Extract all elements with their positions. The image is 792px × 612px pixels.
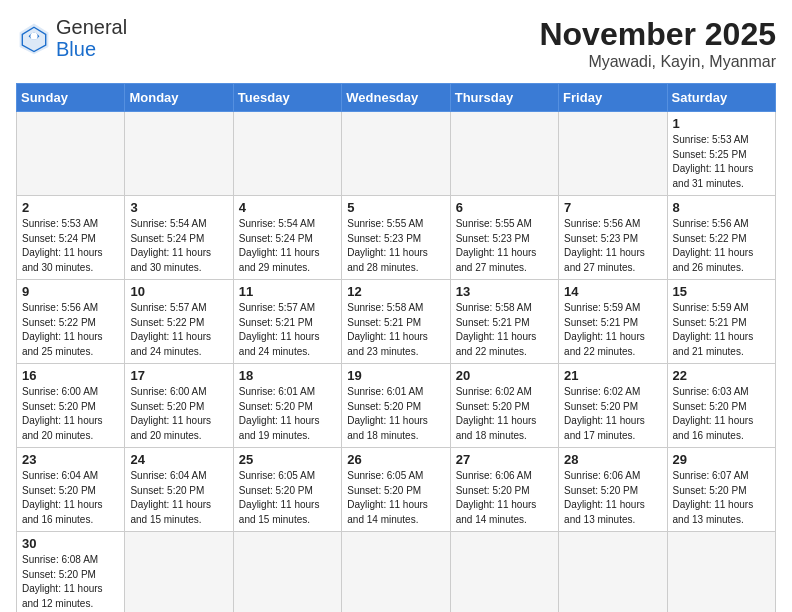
calendar-cell: 19Sunrise: 6:01 AM Sunset: 5:20 PM Dayli… <box>342 364 450 448</box>
day-info: Sunrise: 5:53 AM Sunset: 5:25 PM Dayligh… <box>673 133 770 191</box>
logo-blue: Blue <box>56 38 96 60</box>
calendar-week-row: 2Sunrise: 5:53 AM Sunset: 5:24 PM Daylig… <box>17 196 776 280</box>
weekday-header-monday: Monday <box>125 84 233 112</box>
calendar-cell: 9Sunrise: 5:56 AM Sunset: 5:22 PM Daylig… <box>17 280 125 364</box>
location: Myawadi, Kayin, Myanmar <box>539 53 776 71</box>
calendar-cell <box>450 532 558 613</box>
calendar-cell <box>667 532 775 613</box>
day-info: Sunrise: 5:56 AM Sunset: 5:22 PM Dayligh… <box>673 217 770 275</box>
calendar-cell: 14Sunrise: 5:59 AM Sunset: 5:21 PM Dayli… <box>559 280 667 364</box>
calendar-cell: 7Sunrise: 5:56 AM Sunset: 5:23 PM Daylig… <box>559 196 667 280</box>
day-number: 2 <box>22 200 119 215</box>
calendar-cell: 24Sunrise: 6:04 AM Sunset: 5:20 PM Dayli… <box>125 448 233 532</box>
day-number: 14 <box>564 284 661 299</box>
day-number: 24 <box>130 452 227 467</box>
calendar-cell <box>233 532 341 613</box>
day-info: Sunrise: 6:01 AM Sunset: 5:20 PM Dayligh… <box>347 385 444 443</box>
day-number: 6 <box>456 200 553 215</box>
day-info: Sunrise: 5:54 AM Sunset: 5:24 PM Dayligh… <box>130 217 227 275</box>
day-info: Sunrise: 6:05 AM Sunset: 5:20 PM Dayligh… <box>347 469 444 527</box>
day-info: Sunrise: 6:01 AM Sunset: 5:20 PM Dayligh… <box>239 385 336 443</box>
day-info: Sunrise: 6:07 AM Sunset: 5:20 PM Dayligh… <box>673 469 770 527</box>
day-number: 5 <box>347 200 444 215</box>
weekday-header-row: SundayMondayTuesdayWednesdayThursdayFrid… <box>17 84 776 112</box>
calendar-cell: 25Sunrise: 6:05 AM Sunset: 5:20 PM Dayli… <box>233 448 341 532</box>
day-number: 17 <box>130 368 227 383</box>
title-block: November 2025 Myawadi, Kayin, Myanmar <box>539 16 776 71</box>
day-number: 16 <box>22 368 119 383</box>
day-number: 23 <box>22 452 119 467</box>
weekday-header-tuesday: Tuesday <box>233 84 341 112</box>
calendar-cell: 30Sunrise: 6:08 AM Sunset: 5:20 PM Dayli… <box>17 532 125 613</box>
calendar-cell: 13Sunrise: 5:58 AM Sunset: 5:21 PM Dayli… <box>450 280 558 364</box>
calendar-cell: 22Sunrise: 6:03 AM Sunset: 5:20 PM Dayli… <box>667 364 775 448</box>
calendar-cell <box>559 532 667 613</box>
day-info: Sunrise: 6:06 AM Sunset: 5:20 PM Dayligh… <box>456 469 553 527</box>
weekday-header-thursday: Thursday <box>450 84 558 112</box>
calendar-cell: 29Sunrise: 6:07 AM Sunset: 5:20 PM Dayli… <box>667 448 775 532</box>
calendar-cell <box>17 112 125 196</box>
day-info: Sunrise: 5:56 AM Sunset: 5:22 PM Dayligh… <box>22 301 119 359</box>
calendar-week-row: 1Sunrise: 5:53 AM Sunset: 5:25 PM Daylig… <box>17 112 776 196</box>
day-info: Sunrise: 5:53 AM Sunset: 5:24 PM Dayligh… <box>22 217 119 275</box>
page-header: General Blue November 2025 Myawadi, Kayi… <box>16 16 776 71</box>
day-number: 26 <box>347 452 444 467</box>
day-number: 9 <box>22 284 119 299</box>
calendar-cell: 28Sunrise: 6:06 AM Sunset: 5:20 PM Dayli… <box>559 448 667 532</box>
day-number: 19 <box>347 368 444 383</box>
calendar-cell: 17Sunrise: 6:00 AM Sunset: 5:20 PM Dayli… <box>125 364 233 448</box>
day-number: 10 <box>130 284 227 299</box>
calendar-cell: 1Sunrise: 5:53 AM Sunset: 5:25 PM Daylig… <box>667 112 775 196</box>
calendar-cell: 12Sunrise: 5:58 AM Sunset: 5:21 PM Dayli… <box>342 280 450 364</box>
logo: General Blue <box>16 16 127 60</box>
day-info: Sunrise: 6:03 AM Sunset: 5:20 PM Dayligh… <box>673 385 770 443</box>
day-info: Sunrise: 6:06 AM Sunset: 5:20 PM Dayligh… <box>564 469 661 527</box>
day-info: Sunrise: 6:04 AM Sunset: 5:20 PM Dayligh… <box>130 469 227 527</box>
day-info: Sunrise: 6:04 AM Sunset: 5:20 PM Dayligh… <box>22 469 119 527</box>
calendar-cell <box>559 112 667 196</box>
day-info: Sunrise: 5:57 AM Sunset: 5:22 PM Dayligh… <box>130 301 227 359</box>
day-number: 28 <box>564 452 661 467</box>
calendar-cell <box>125 532 233 613</box>
calendar-week-row: 23Sunrise: 6:04 AM Sunset: 5:20 PM Dayli… <box>17 448 776 532</box>
calendar-week-row: 9Sunrise: 5:56 AM Sunset: 5:22 PM Daylig… <box>17 280 776 364</box>
calendar-cell <box>342 532 450 613</box>
day-number: 27 <box>456 452 553 467</box>
day-info: Sunrise: 6:05 AM Sunset: 5:20 PM Dayligh… <box>239 469 336 527</box>
day-number: 25 <box>239 452 336 467</box>
calendar-cell: 8Sunrise: 5:56 AM Sunset: 5:22 PM Daylig… <box>667 196 775 280</box>
day-info: Sunrise: 6:00 AM Sunset: 5:20 PM Dayligh… <box>130 385 227 443</box>
day-number: 21 <box>564 368 661 383</box>
month-year: November 2025 <box>539 16 776 53</box>
calendar-cell <box>342 112 450 196</box>
weekday-header-friday: Friday <box>559 84 667 112</box>
day-info: Sunrise: 6:02 AM Sunset: 5:20 PM Dayligh… <box>456 385 553 443</box>
day-number: 4 <box>239 200 336 215</box>
day-number: 12 <box>347 284 444 299</box>
svg-point-2 <box>30 33 37 40</box>
calendar-cell: 27Sunrise: 6:06 AM Sunset: 5:20 PM Dayli… <box>450 448 558 532</box>
logo-icon <box>16 20 52 56</box>
day-info: Sunrise: 5:59 AM Sunset: 5:21 PM Dayligh… <box>673 301 770 359</box>
day-number: 11 <box>239 284 336 299</box>
day-info: Sunrise: 6:02 AM Sunset: 5:20 PM Dayligh… <box>564 385 661 443</box>
day-number: 3 <box>130 200 227 215</box>
calendar-cell: 18Sunrise: 6:01 AM Sunset: 5:20 PM Dayli… <box>233 364 341 448</box>
day-info: Sunrise: 5:58 AM Sunset: 5:21 PM Dayligh… <box>456 301 553 359</box>
day-number: 20 <box>456 368 553 383</box>
calendar-week-row: 16Sunrise: 6:00 AM Sunset: 5:20 PM Dayli… <box>17 364 776 448</box>
calendar-cell: 23Sunrise: 6:04 AM Sunset: 5:20 PM Dayli… <box>17 448 125 532</box>
logo-general: General <box>56 16 127 38</box>
calendar-cell <box>233 112 341 196</box>
calendar-cell: 5Sunrise: 5:55 AM Sunset: 5:23 PM Daylig… <box>342 196 450 280</box>
day-number: 18 <box>239 368 336 383</box>
calendar-cell: 11Sunrise: 5:57 AM Sunset: 5:21 PM Dayli… <box>233 280 341 364</box>
day-number: 22 <box>673 368 770 383</box>
calendar-cell: 2Sunrise: 5:53 AM Sunset: 5:24 PM Daylig… <box>17 196 125 280</box>
calendar-cell <box>125 112 233 196</box>
day-number: 7 <box>564 200 661 215</box>
calendar-table: SundayMondayTuesdayWednesdayThursdayFrid… <box>16 83 776 612</box>
day-number: 30 <box>22 536 119 551</box>
day-info: Sunrise: 6:08 AM Sunset: 5:20 PM Dayligh… <box>22 553 119 611</box>
day-info: Sunrise: 5:58 AM Sunset: 5:21 PM Dayligh… <box>347 301 444 359</box>
